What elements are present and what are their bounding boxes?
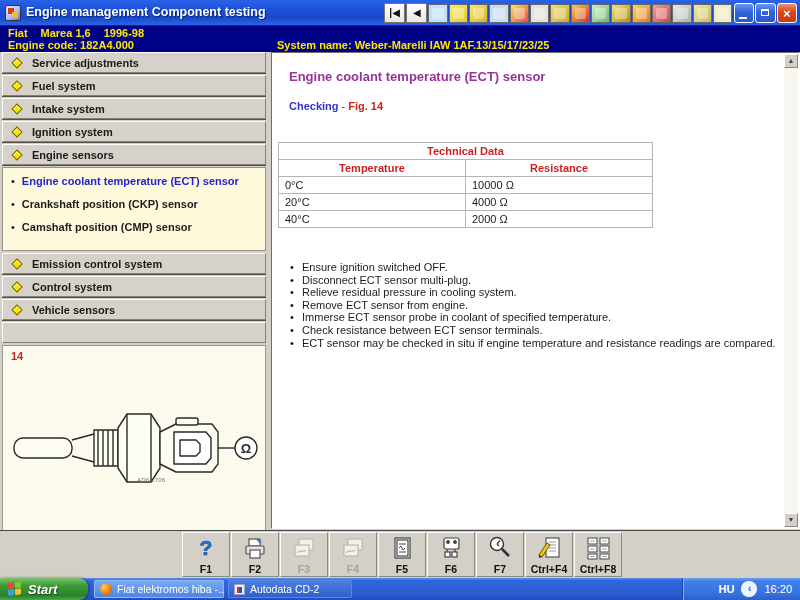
- app-icon: [5, 5, 21, 21]
- vehicle-years: 1996-98: [104, 27, 144, 39]
- toolbar-module-icon-6[interactable]: [530, 4, 549, 23]
- vehicle-model: Marea 1,6: [41, 27, 91, 39]
- taskbar-task-autodata[interactable]: Autodata CD-2: [228, 580, 352, 598]
- system-tray: HU ‹ 16:20: [682, 578, 800, 600]
- toolbar-module-icon-14[interactable]: [693, 4, 712, 23]
- help-button[interactable]: ? F1: [182, 532, 230, 577]
- close-icon: ×: [778, 5, 796, 22]
- sidebar-item-vehicle-sensors[interactable]: Vehicle sensors: [2, 299, 266, 320]
- sidebar-item-control-system[interactable]: Control system: [2, 276, 266, 297]
- diamond-icon: [11, 80, 22, 91]
- help-icon: ?: [193, 533, 219, 563]
- magnifier-icon: [487, 533, 513, 563]
- toolbar-module-icon-1[interactable]: [428, 4, 447, 23]
- window-title: Engine management Component testing: [26, 5, 266, 19]
- vehicle-make: Fiat: [8, 27, 28, 39]
- figure-reference: Fig. 14: [348, 100, 383, 112]
- wiring-diagram-icon: [389, 533, 415, 563]
- checking-heading: Checking-Fig. 14: [289, 100, 383, 112]
- engine-sensors-submenu: • Engine coolant temperature (ECT) senso…: [2, 167, 266, 251]
- scroll-down-icon[interactable]: ▼: [784, 513, 798, 527]
- subitem-ckp-sensor[interactable]: • Crankshaft position (CKP) sensor: [11, 198, 261, 221]
- checking-label: Checking: [289, 100, 339, 112]
- svg-text:?: ?: [200, 536, 213, 559]
- subitem-ect-sensor[interactable]: • Engine coolant temperature (ECT) senso…: [11, 175, 261, 198]
- toolbar-module-icon-2[interactable]: [449, 4, 468, 23]
- cell-temperature: 0°C: [279, 177, 466, 194]
- data-table-button[interactable]: Ctrl+F8: [574, 532, 622, 577]
- table-title: Technical Data: [279, 143, 653, 160]
- first-page-button[interactable]: |◀: [384, 3, 405, 23]
- search-button[interactable]: F7: [476, 532, 524, 577]
- scroll-up-icon[interactable]: ▲: [784, 54, 798, 68]
- bullet-icon: •: [11, 198, 15, 210]
- back-button[interactable]: ◀: [406, 3, 427, 23]
- figure-number: 14: [11, 350, 23, 362]
- sidebar-empty-strip: [2, 322, 266, 343]
- step-item: Immerse ECT sensor probe in coolant of s…: [286, 311, 776, 324]
- toolbar-module-icon-15[interactable]: [713, 4, 732, 23]
- toolbar-module-icon-3[interactable]: [469, 4, 488, 23]
- start-button[interactable]: Start: [0, 578, 88, 600]
- step-item: ECT sensor may be checked in situ if eng…: [286, 337, 776, 350]
- note-pencil-icon: [536, 533, 562, 563]
- sidebar-item-intake-system[interactable]: Intake system: [2, 98, 266, 119]
- clock: 16:20: [764, 583, 792, 595]
- wiring-diagram-button[interactable]: F5: [378, 532, 426, 577]
- diamond-icon: [11, 149, 22, 160]
- sidebar-item-fuel-system[interactable]: Fuel system: [2, 75, 266, 96]
- diamond-icon: [11, 304, 22, 315]
- technical-data-table: Technical Data Temperature Resistance 0°…: [278, 142, 653, 228]
- content-scrollbar[interactable]: ▲ ▼: [784, 54, 798, 527]
- function-key-toolbar: ? F1 F2 F3: [0, 530, 800, 578]
- page-title: Engine coolant temperature (ECT) sensor: [289, 69, 545, 84]
- close-button[interactable]: ×: [777, 3, 797, 23]
- windows-logo-icon: [8, 581, 23, 597]
- minimize-button[interactable]: [734, 3, 754, 23]
- sidebar-item-service-adjustments[interactable]: Service adjustments: [2, 52, 266, 73]
- hide-icons-chevron-icon[interactable]: ‹: [742, 582, 756, 596]
- column-header-temperature: Temperature: [279, 160, 466, 177]
- figure-panel: 14: [2, 345, 266, 538]
- table-row: 20°C 4000 Ω: [279, 194, 653, 211]
- toolbar-module-icon-4[interactable]: [489, 4, 508, 23]
- restore-button[interactable]: [755, 3, 775, 23]
- language-indicator[interactable]: HU: [719, 583, 735, 595]
- workspace: Service adjustments Fuel system Intake s…: [0, 52, 800, 530]
- subitem-cmp-sensor[interactable]: • Camshaft position (CMP) sensor: [11, 221, 261, 244]
- cell-resistance: 2000 Ω: [466, 211, 653, 228]
- figure-code: AD6.2706: [137, 477, 165, 483]
- bullet-icon: •: [11, 221, 15, 233]
- print-button[interactable]: F2: [231, 532, 279, 577]
- autodata-icon: [234, 584, 245, 595]
- sidebar-item-emission-control[interactable]: Emission control system: [2, 253, 266, 274]
- sidebar-item-ignition-system[interactable]: Ignition system: [2, 121, 266, 142]
- ect-sensor-diagram: Ω: [8, 388, 260, 508]
- taskbar-task-firefox[interactable]: Fiat elektromos hiba -...: [94, 580, 224, 598]
- toolbar-module-icon-7[interactable]: [550, 4, 569, 23]
- data-table-icon: [585, 533, 611, 563]
- notes-button[interactable]: Ctrl+F4: [525, 532, 573, 577]
- connector-button[interactable]: F6: [427, 532, 475, 577]
- title-bar: Engine management Component testing |◀ ◀…: [0, 0, 800, 26]
- toolbar-module-icon-9[interactable]: [591, 4, 610, 23]
- vehicle-title: FiatMarea 1,61996-98: [8, 27, 157, 39]
- images-prev-button: F3: [280, 532, 328, 577]
- sidebar-item-engine-sensors[interactable]: Engine sensors: [2, 144, 266, 165]
- content-panel: Engine coolant temperature (ECT) sensor …: [271, 52, 800, 529]
- toolbar-module-icon-12[interactable]: [652, 4, 671, 23]
- images-icon: [340, 533, 366, 563]
- firefox-icon: [100, 583, 112, 595]
- titlebar-toolbar: |◀ ◀ ×: [384, 2, 797, 24]
- cell-temperature: 20°C: [279, 194, 466, 211]
- taskbar: Start Fiat elektromos hiba -... Autodata…: [0, 578, 800, 600]
- toolbar-module-icon-10[interactable]: [611, 4, 630, 23]
- toolbar-module-icon-13[interactable]: [672, 4, 691, 23]
- images-next-button: F4: [329, 532, 377, 577]
- sidebar-menu: Service adjustments Fuel system Intake s…: [2, 52, 266, 538]
- step-item: Relieve residual pressure in cooling sys…: [286, 286, 776, 299]
- toolbar-module-icon-8[interactable]: [571, 4, 590, 23]
- toolbar-module-icon-5[interactable]: [510, 4, 529, 23]
- diamond-icon: [11, 126, 22, 137]
- toolbar-module-icon-11[interactable]: [632, 4, 651, 23]
